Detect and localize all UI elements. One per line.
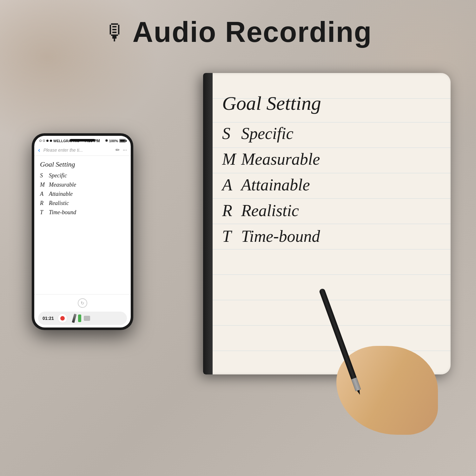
pen-tool-icon[interactable]	[72, 314, 76, 323]
notebook-letter-r: R	[222, 201, 241, 220]
microphone-icon: 🎙	[104, 20, 126, 45]
phone-letter-s: S	[40, 172, 49, 179]
notebook-item-m: M Measurable	[222, 150, 438, 169]
signal-dot-1	[39, 140, 42, 142]
page-title-input[interactable]: Please enter the ti...	[43, 148, 112, 153]
bluetooth-icon: ✱	[105, 139, 108, 143]
notebook-word-attainable: Attainable	[241, 175, 310, 194]
notebook-letter-m: M	[222, 150, 241, 169]
eraser-tool-icon[interactable]	[84, 316, 90, 321]
phone-note-title: Goal Setting	[40, 160, 125, 169]
recording-bar[interactable]: 01:21	[38, 312, 127, 325]
phone-letter-m: M	[40, 182, 49, 188]
phone-word-specific: Specific	[49, 172, 67, 179]
hand-shape	[336, 346, 438, 435]
phone-letter-t: T	[40, 209, 49, 216]
notebook-spine	[203, 73, 213, 374]
phone-screen: WELLGRAPHIC 7:10 PM ✱ 100% ‹ Please ente…	[34, 136, 131, 327]
notebook-word-timebound: Time-bound	[241, 227, 320, 246]
phone-speaker	[70, 139, 95, 142]
notebook-title: Goal Setting	[222, 92, 438, 115]
hand-pen-area	[317, 282, 438, 435]
phone-letter-a: A	[40, 191, 49, 197]
phone-item-r: R Realistic	[40, 200, 125, 207]
sync-icon: ↻	[78, 298, 87, 308]
signal-dot-4	[50, 140, 52, 142]
phone-content: Goal Setting S Specific M Measurable A A…	[34, 156, 131, 294]
signal-dot-2	[43, 140, 45, 142]
phone-item-s: S Specific	[40, 172, 125, 179]
more-icon[interactable]: ···	[123, 147, 127, 153]
signal-dot-3	[46, 140, 49, 142]
phone-word-realistic: Realistic	[49, 200, 69, 207]
notebook-content: Goal Setting S Specific M Measurable A A…	[222, 92, 438, 253]
notebook-letter-t: T	[222, 227, 241, 246]
battery-fill	[120, 140, 125, 142]
title-area: 🎙 Audio Recording	[0, 16, 476, 49]
notebook-item-s: S Specific	[222, 124, 438, 143]
record-button[interactable]	[58, 314, 67, 323]
record-dot-icon	[60, 316, 65, 321]
main-title: Audio Recording	[133, 16, 372, 49]
notebook-item-r: R Realistic	[222, 201, 438, 220]
notebook-word-specific: Specific	[241, 124, 294, 143]
phone-footer: ↻ 01:21	[34, 294, 131, 327]
phone: WELLGRAPHIC 7:10 PM ✱ 100% ‹ Please ente…	[32, 133, 133, 330]
phone-item-t: T Time-bound	[40, 209, 125, 216]
notebook-item-t: T Time-bound	[222, 227, 438, 246]
notebook-word-realistic: Realistic	[241, 201, 299, 220]
phone-status-right: ✱ 100%	[105, 139, 126, 143]
recording-timer: 01:21	[43, 316, 54, 321]
phone-letter-r: R	[40, 200, 49, 207]
marker-tool-icon[interactable]	[78, 314, 81, 322]
edit-icon[interactable]: ✏	[116, 147, 120, 153]
tool-icons	[73, 314, 90, 323]
phone-word-timebound: Time-bound	[49, 209, 76, 216]
phone-word-attainable: Attainable	[49, 191, 73, 197]
notebook-word-measurable: Measurable	[241, 150, 320, 169]
phone-item-m: M Measurable	[40, 182, 125, 188]
notebook-letter-s: S	[222, 124, 241, 143]
phone-item-a: A Attainable	[40, 191, 125, 197]
phone-word-measurable: Measurable	[49, 182, 76, 188]
battery-percent: 100%	[109, 139, 118, 143]
notebook-letter-a: A	[222, 175, 241, 194]
battery-icon	[119, 139, 126, 142]
back-button[interactable]: ‹	[38, 146, 40, 154]
phone-nav-bar: ‹ Please enter the ti... ✏ ···	[34, 144, 131, 156]
notebook-item-a: A Attainable	[222, 175, 438, 194]
